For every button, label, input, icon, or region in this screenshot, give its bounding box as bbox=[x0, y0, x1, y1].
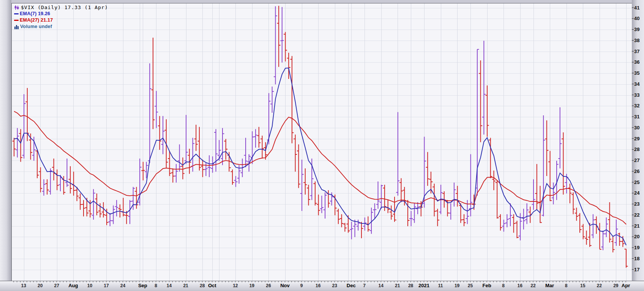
ohlc-bar bbox=[82, 200, 85, 216]
ohlc-bar bbox=[161, 116, 165, 154]
ohlc-bar bbox=[598, 223, 601, 250]
ema7-swatch bbox=[14, 13, 19, 14]
price-axis-label: 31 bbox=[634, 114, 639, 120]
price-axis-label: 17 bbox=[634, 267, 639, 272]
price-axis-label: 38 bbox=[634, 38, 639, 43]
date-axis-label: Dec bbox=[347, 283, 356, 288]
ohlc-bar bbox=[413, 203, 416, 223]
price-axis-label: 20 bbox=[634, 234, 639, 239]
date-axis-label: 17 bbox=[104, 283, 109, 288]
ohlc-bar bbox=[16, 128, 19, 157]
ohlc-bar bbox=[376, 181, 380, 209]
ohlc-bar bbox=[284, 32, 287, 61]
ohlc-bar bbox=[151, 38, 155, 129]
date-axis-label: 21 bbox=[395, 283, 400, 288]
legend-ema27-row: EMA(27) 21.17 bbox=[14, 17, 108, 24]
ohlc-bar bbox=[535, 164, 538, 210]
ohlc-bar bbox=[280, 7, 284, 62]
price-axis-label: 27 bbox=[634, 157, 639, 163]
date-axis-label: 8 bbox=[155, 283, 157, 288]
ohlc-bar bbox=[218, 140, 221, 161]
ohlc-bar bbox=[234, 176, 237, 187]
ohlc-bar bbox=[317, 195, 320, 215]
price-axis-label: 41 bbox=[634, 5, 639, 11]
ohlc-bar bbox=[201, 160, 204, 177]
price-axis-labels: 1718192021222324252627282930313233343536… bbox=[632, 0, 644, 281]
price-axis-strip: 1718192021222324252627282930313233343536… bbox=[632, 0, 644, 281]
date-axis-label: 26 bbox=[266, 283, 271, 288]
date-axis-label: 12 bbox=[233, 283, 238, 288]
ohlc-bar bbox=[492, 171, 496, 190]
date-axis-label: 25 bbox=[468, 283, 473, 288]
date-axis-label: 7 bbox=[363, 283, 366, 288]
ohlc-bar bbox=[562, 132, 565, 195]
ohlc-bar bbox=[208, 155, 211, 177]
ohlc-bar bbox=[499, 214, 502, 231]
ohlc-bar bbox=[19, 129, 22, 162]
ohlc-bar bbox=[257, 127, 260, 148]
date-axis-label: 29 bbox=[613, 283, 619, 288]
ohlc-bar bbox=[148, 63, 152, 163]
date-axis-label: 21 bbox=[183, 283, 188, 288]
price-axis-label: 21 bbox=[634, 223, 639, 229]
date-axis-label: 15 bbox=[580, 283, 586, 288]
price-axis-label: 22 bbox=[634, 212, 639, 218]
date-axis-label: 19 bbox=[455, 283, 460, 288]
date-axis-label: 22 bbox=[530, 283, 536, 288]
price-axis-label: 28 bbox=[634, 146, 639, 152]
price-axis-label: 37 bbox=[634, 49, 639, 54]
ohlc-bar bbox=[386, 200, 390, 213]
ohlc-bar bbox=[614, 220, 618, 246]
ohlc-bar bbox=[22, 94, 26, 159]
ohlc-bar bbox=[141, 162, 145, 181]
ohlc-bar bbox=[360, 222, 363, 238]
ohlc-bar bbox=[168, 151, 171, 176]
legend-title-row: $VIX (Daily) 17.33 (1 Apr) bbox=[14, 4, 108, 11]
ohlc-bar bbox=[178, 145, 181, 172]
ohlc-bar bbox=[373, 203, 376, 219]
price-axis-label: 30 bbox=[634, 125, 639, 131]
ohlc-bar bbox=[300, 160, 304, 211]
ohlc-bar bbox=[324, 192, 327, 219]
price-axis-label: 26 bbox=[634, 168, 639, 174]
price-plot-area: $VIX (Daily) 17.33 (1 Apr) EMA(7) 19.26 … bbox=[11, 3, 632, 281]
date-axis-label: 23 bbox=[332, 283, 338, 288]
date-axis-label: Nov bbox=[280, 283, 290, 288]
ohlc-bar bbox=[456, 186, 459, 207]
ohlc-bar bbox=[55, 170, 59, 190]
legend-ema7-row: EMA(7) 19.26 bbox=[14, 11, 108, 17]
ohlc-bar bbox=[214, 129, 218, 171]
ohlc-bar bbox=[244, 138, 247, 167]
ohlc-bar bbox=[578, 213, 582, 233]
price-axis-label: 40 bbox=[634, 16, 639, 21]
ohlc-bar bbox=[515, 221, 519, 238]
price-axis-label: 35 bbox=[634, 70, 639, 76]
price-axis-label: 18 bbox=[634, 256, 639, 261]
ohlc-bar bbox=[512, 214, 515, 233]
ohlc-bar bbox=[426, 152, 429, 186]
ohlc-bar bbox=[486, 85, 489, 137]
ohlc-bar bbox=[174, 164, 178, 182]
price-axis-ticks: 1718192021222324252627282930313233343536… bbox=[632, 5, 640, 272]
ohlc-bar bbox=[135, 187, 138, 209]
ema27-swatch bbox=[14, 20, 19, 21]
ohlc-bar bbox=[13, 138, 16, 156]
ohlc-bar bbox=[390, 206, 393, 220]
price-bars bbox=[13, 6, 628, 267]
date-axis-label: 13 bbox=[21, 283, 26, 288]
ema27-line bbox=[14, 111, 626, 224]
vix-chart-window: $VIX (Daily) 17.33 (1 Apr) EMA(7) 19.26 … bbox=[0, 0, 644, 291]
date-axis-label: 8 bbox=[502, 283, 505, 288]
date-axis-label: Apr bbox=[622, 283, 630, 288]
ohlc-bar bbox=[340, 214, 343, 228]
ohlc-bar bbox=[625, 249, 628, 268]
date-axis-label: 14 bbox=[379, 283, 384, 288]
price-axis-label: 34 bbox=[634, 81, 640, 87]
ohlc-bar bbox=[79, 193, 82, 210]
date-axis-label: 27 bbox=[54, 283, 60, 288]
ohlc-bar bbox=[532, 179, 535, 210]
date-axis-label-row: 132027Aug101724Sep8142128Oct121926Nov916… bbox=[21, 283, 630, 288]
ohlc-bar bbox=[72, 171, 75, 195]
price-axis-label: 23 bbox=[634, 201, 639, 207]
price-axis-label: 33 bbox=[634, 92, 639, 98]
